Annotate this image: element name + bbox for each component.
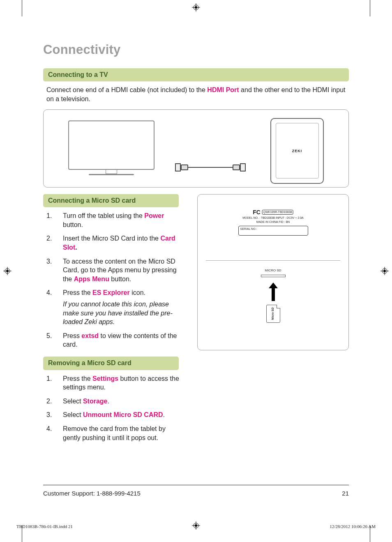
step-number: 5. bbox=[46, 331, 54, 349]
page-title: Connectivity bbox=[43, 41, 349, 58]
crop-tick bbox=[22, 0, 22, 16]
registration-mark-icon bbox=[192, 3, 200, 12]
step-text: Turn off the tablet using the Power butt… bbox=[63, 211, 185, 229]
fcc-icon: FC bbox=[253, 208, 261, 216]
step-number: 4. bbox=[46, 288, 54, 326]
list-item: 2. Insert the Micro SD Card into the Car… bbox=[46, 234, 185, 252]
step-text: To access the content on the Micro SD Ca… bbox=[63, 257, 185, 284]
list-item: 4. Press the ES Explorer icon. If you ca… bbox=[46, 288, 185, 326]
svg-marker-16 bbox=[269, 283, 278, 301]
page-number: 21 bbox=[342, 489, 349, 498]
svg-point-11 bbox=[6, 270, 9, 272]
list-item: 4. Remove the card from the tablet by ge… bbox=[46, 424, 185, 442]
list-item: 1. Press the Settings button to access t… bbox=[46, 374, 185, 392]
divider bbox=[206, 260, 340, 261]
imprint-file: TBD1083B-786-01-IB.indd 21 bbox=[16, 523, 73, 530]
step-text: Remove the card from the tablet by gentl… bbox=[63, 424, 185, 442]
list-item: 3. To access the content on the Micro SD… bbox=[46, 257, 185, 284]
list-item: 2. Select Storage. bbox=[46, 397, 185, 406]
hdmi-port-highlight: HDMI Port bbox=[207, 86, 239, 93]
footer-rule bbox=[43, 485, 349, 486]
list-item: 1. Turn off the tablet using the Power b… bbox=[46, 211, 185, 229]
sd-slot-illustration bbox=[261, 275, 286, 277]
registration-mark-icon bbox=[380, 267, 389, 275]
step-text: Select Unmount Micro SD CARD. bbox=[63, 410, 185, 419]
hdmi-cable-illustration bbox=[175, 163, 246, 171]
section-heading-remove: Removing a Micro SD card bbox=[43, 357, 179, 370]
remove-steps: 1. Press the Settings button to access t… bbox=[46, 374, 185, 442]
sd-card-label: Micro SD bbox=[271, 307, 275, 320]
step-number: 2. bbox=[46, 397, 54, 406]
text: Connect one end of a HDMI cable (not inc… bbox=[46, 86, 207, 93]
step-text: Insert the Micro SD Card into the Card S… bbox=[63, 234, 185, 252]
step-number: 1. bbox=[46, 211, 54, 229]
model-line: MODEL NO. : TBD1083B INPUT : DC5V ⎓ 2.0A bbox=[214, 216, 332, 220]
fcc-id: QWK109R-TBD1083B bbox=[262, 210, 293, 214]
zeki-logo: ZEKI bbox=[292, 148, 302, 153]
section-heading-tv: Connecting to a TV bbox=[43, 68, 349, 82]
tv-illustration bbox=[68, 120, 154, 175]
step-number: 1. bbox=[46, 374, 54, 392]
step-text: Press the Settings button to access the … bbox=[63, 374, 185, 392]
step-text: Select Storage. bbox=[63, 397, 185, 406]
step-text: Press the ES Explorer icon. If you canno… bbox=[63, 288, 185, 326]
step-text: Press extsd to view the contents of the … bbox=[63, 331, 185, 349]
customer-support: Customer Support: 1-888-999-4215 bbox=[43, 489, 141, 498]
step-number: 4. bbox=[46, 424, 54, 442]
list-item: 3. Select Unmount Micro SD CARD. bbox=[46, 410, 185, 419]
arrow-up-icon bbox=[269, 283, 278, 303]
registration-mark-icon bbox=[3, 267, 12, 275]
step-note: If you cannot locate this icon, please m… bbox=[63, 300, 185, 327]
step-number: 3. bbox=[46, 410, 54, 419]
microsd-label: MICRO SD bbox=[198, 269, 348, 273]
sd-diagram: FC QWK109R-TBD1083B MODEL NO. : TBD1083B… bbox=[197, 194, 349, 350]
crop-tick bbox=[370, 0, 370, 16]
serial-box: SERIAL NO.: bbox=[238, 226, 308, 236]
step-number: 2. bbox=[46, 234, 54, 252]
imprint-timestamp: 12/28/2012 10:06:26 AM bbox=[330, 523, 376, 530]
svg-point-15 bbox=[383, 270, 386, 272]
tablet-illustration: ZEKI bbox=[270, 118, 324, 184]
svg-point-3 bbox=[195, 6, 197, 9]
step-number: 3. bbox=[46, 257, 54, 284]
fcc-mark: FC QWK109R-TBD1083B bbox=[253, 208, 293, 216]
tv-instruction: Connect one end of a HDMI cable (not inc… bbox=[46, 86, 346, 103]
made-line: MADE IN CHINA FID : BN bbox=[214, 220, 332, 224]
sd-steps: 1. Turn off the tablet using the Power b… bbox=[46, 211, 185, 349]
section-heading-sd: Connecting a Micro SD card bbox=[43, 194, 179, 208]
tv-diagram: ZEKI bbox=[43, 109, 349, 188]
sd-card-illustration: Micro SD bbox=[266, 305, 280, 323]
list-item: 5. Press extsd to view the contents of t… bbox=[46, 331, 185, 349]
